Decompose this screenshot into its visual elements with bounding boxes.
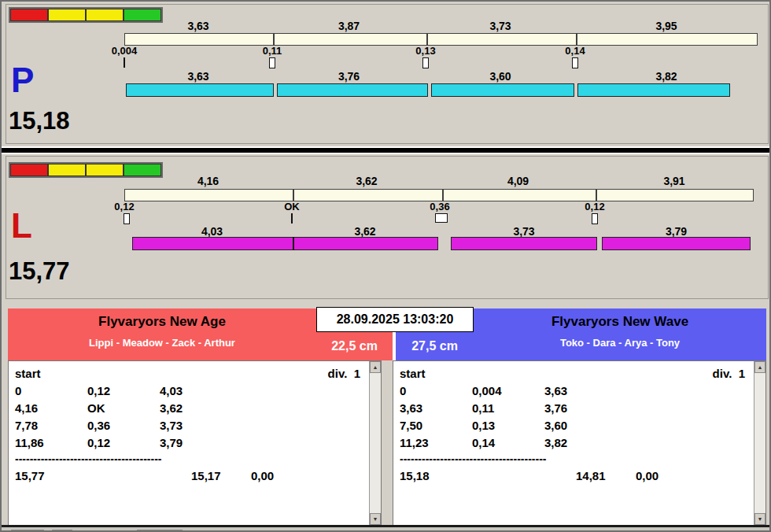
split-gap-label: 0,004 <box>101 46 148 57</box>
cell: 11,86 <box>15 434 87 452</box>
separator-line: ---------------------------------------- <box>400 452 750 467</box>
split-gap-label: 0,14 <box>552 46 599 57</box>
handicap-left-badge: 22,5 cm <box>316 332 393 360</box>
scale-divider <box>426 34 428 45</box>
lane-p-panel: 3,63 3,87 3,73 3,95 0,004 0,11 0,13 0,14… <box>6 4 769 144</box>
total-time: 15,77 <box>15 467 191 485</box>
header-row: start div. 1 <box>400 365 750 382</box>
scroll-up-icon: ▲ <box>373 364 378 370</box>
lap-bar <box>451 237 597 250</box>
result-row: 7,50 0,13 3,60 <box>400 417 750 434</box>
result-row: 7,78 0,36 3,73 <box>15 417 365 434</box>
status-light-yellow-icon <box>86 9 124 21</box>
gap-marker-icon <box>269 57 275 68</box>
results-text-left: start div. 1 0 0,12 4,03 4,16 OK 3,62 7,… <box>15 365 365 485</box>
result-row: 11,86 0,12 3,79 <box>15 434 365 452</box>
gap-marker-icon <box>592 213 598 224</box>
scroll-down-button[interactable]: ▼ <box>754 513 765 525</box>
lane-label: P <box>11 63 34 98</box>
cell: 3,63 <box>544 382 750 400</box>
lane-total-time: 15,77 <box>9 259 70 284</box>
scale-time-label: 4,09 <box>441 175 595 187</box>
scroll-up-button[interactable]: ▲ <box>370 361 381 373</box>
scale-time-label: 3,95 <box>575 20 758 32</box>
lap-bar <box>277 83 428 97</box>
cell: 3,60 <box>544 417 750 434</box>
start-label: start <box>15 365 41 382</box>
scrollbar[interactable]: ▲ ▼ <box>369 361 381 525</box>
cell: OK <box>87 400 160 417</box>
status-light-green-icon <box>124 9 161 21</box>
lap-time-label: 3,82 <box>575 71 758 83</box>
scroll-up-icon: ▲ <box>758 364 763 370</box>
lap-bar <box>602 237 751 250</box>
scale-divider <box>596 190 597 201</box>
results-panel-right[interactable]: start div. 1 0 0,004 3,63 3,63 0,11 3,76… <box>393 360 766 526</box>
lane-divider <box>2 146 771 154</box>
result-row: 3,63 0,11 3,76 <box>400 400 750 417</box>
result-row: 4,16 OK 3,62 <box>15 400 365 417</box>
team-right-members: Toko - Dara - Arya - Tony <box>474 337 766 349</box>
split-gap-label: 0,11 <box>249 46 296 57</box>
status-light-green-icon <box>124 164 161 176</box>
gap-marker-icon <box>572 57 578 68</box>
cell: 0,004 <box>472 382 544 400</box>
lane-total-time: 15,18 <box>9 109 70 134</box>
split-gap-label: 0,12 <box>101 201 148 212</box>
scroll-down-button[interactable]: ▼ <box>370 513 381 525</box>
lap-bar <box>132 237 438 250</box>
scroll-down-icon: ▼ <box>373 516 378 522</box>
scale-divider <box>293 190 294 201</box>
cell: 3,82 <box>544 434 750 452</box>
status-light-yellow-icon <box>48 9 86 21</box>
cell: 3,79 <box>160 434 365 452</box>
totals-row: 15,18 14,81 0,00 <box>400 467 750 485</box>
total-time: 15,18 <box>400 467 576 485</box>
results-text-right: start div. 1 0 0,004 3,63 3,63 0,11 3,76… <box>400 365 750 485</box>
cell: 11,23 <box>400 434 472 452</box>
lap-time-label: 3,62 <box>292 226 438 238</box>
lane-l-panel: 4,16 3,62 4,09 3,91 0,12 OK 0,36 0,12 4,… <box>6 156 769 299</box>
separator-line: ---------------------------------------- <box>15 452 365 467</box>
gap-marker-icon <box>124 57 125 68</box>
bottom-edge <box>2 525 771 532</box>
division-label: div. 1 <box>328 365 360 382</box>
scrollbar[interactable]: ▲ ▼ <box>754 361 765 525</box>
scale-time-label: 3,62 <box>292 175 441 187</box>
status-light-red-icon <box>10 164 48 176</box>
result-row: 11,23 0,14 3,82 <box>400 434 750 452</box>
totals-row: 15,77 15,17 0,00 <box>15 467 365 485</box>
scale-divider <box>442 190 444 201</box>
result-row: 0 0,004 3,63 <box>400 382 750 400</box>
scroll-down-icon: ▼ <box>758 516 763 522</box>
split-gap-label: 0,12 <box>571 201 618 212</box>
team-left-name: Flyvaryors New Age <box>8 314 316 330</box>
scale-divider <box>576 34 577 45</box>
cell: 0,12 <box>87 434 160 452</box>
results-panel-left[interactable]: start div. 1 0 0,12 4,03 4,16 OK 3,62 7,… <box>8 360 382 526</box>
split-gap-label: OK <box>268 201 315 212</box>
gap-marker-icon <box>435 213 448 223</box>
cell: 4,16 <box>15 400 87 417</box>
diff-time: 0,00 <box>251 467 365 485</box>
cell: 0 <box>15 382 87 400</box>
gap-marker-icon <box>422 57 429 68</box>
header-row: start div. 1 <box>15 365 365 382</box>
lap-time-label: 4,03 <box>132 226 292 238</box>
scroll-up-button[interactable]: ▲ <box>754 361 765 373</box>
lap-bar <box>431 83 574 97</box>
cell: 0,12 <box>87 382 160 400</box>
scale-divider <box>273 34 275 45</box>
cell: 4,03 <box>160 382 365 400</box>
cell: 0,14 <box>472 434 544 452</box>
split-gap-label: 0,36 <box>416 201 463 212</box>
split-gap-label: 0,13 <box>402 46 449 57</box>
status-light-red-icon <box>10 9 48 21</box>
lap-bar-split <box>293 237 294 250</box>
lane-label: L <box>11 209 32 243</box>
cell: 3,73 <box>160 417 365 434</box>
net-time: 15,17 <box>191 467 251 485</box>
time-scale-bar <box>124 189 754 201</box>
cell: 7,50 <box>400 417 472 434</box>
scale-time-label: 3,87 <box>272 20 426 32</box>
